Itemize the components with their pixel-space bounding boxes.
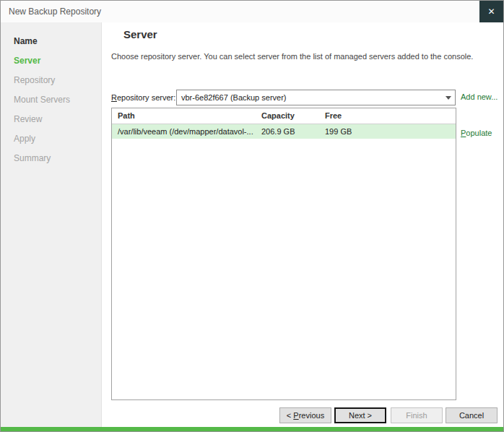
cancel-button[interactable]: Cancel: [446, 407, 498, 423]
repository-server-label-mnemonic: R: [111, 93, 117, 102]
sidebar-item-mount-servers[interactable]: Mount Servers: [1, 90, 101, 110]
column-header-free[interactable]: Free: [319, 108, 456, 124]
sidebar-item-apply[interactable]: Apply: [1, 129, 101, 149]
cell-capacity: 206.9 GB: [256, 124, 319, 139]
repository-server-value: vbr-6e82f667 (Backup server): [177, 93, 442, 102]
wizard-page-content: Server Choose repository server. You can…: [102, 22, 503, 427]
table-row[interactable]: /var/lib/veeam (/dev/mapper/datavol-... …: [112, 124, 456, 139]
populate-rest: opulate: [466, 129, 492, 137]
next-button[interactable]: Next >: [334, 407, 386, 423]
new-backup-repository-window: New Backup Repository ✕ Name Server Repo…: [0, 0, 504, 432]
titlebar: New Backup Repository ✕: [1, 1, 503, 22]
cell-free: 199 GB: [319, 124, 456, 139]
sidebar-item-name[interactable]: Name: [1, 32, 101, 51]
sidebar-item-server[interactable]: Server: [1, 51, 101, 71]
sidebar-item-review[interactable]: Review: [1, 110, 101, 129]
add-new-link[interactable]: Add new...: [461, 92, 498, 101]
accent-bottom-strip: [1, 427, 503, 431]
previous-prefix: <: [287, 411, 293, 420]
sidebar-item-summary[interactable]: Summary: [1, 149, 101, 168]
populate-link[interactable]: Populate: [461, 129, 492, 137]
previous-mnemonic: P: [293, 411, 298, 420]
window-title: New Backup Repository: [1, 7, 101, 17]
previous-button[interactable]: < Previous: [279, 407, 331, 423]
page-description: Choose repository server. You can select…: [111, 52, 493, 61]
cell-path: /var/lib/veeam (/dev/mapper/datavol-...: [112, 124, 256, 139]
close-icon[interactable]: ✕: [479, 1, 503, 22]
repository-path-table: Path Capacity Free /var/lib/veeam (/dev/…: [111, 108, 456, 400]
chevron-down-icon: [442, 90, 455, 105]
repository-server-label: Repository server:: [111, 90, 175, 105]
window-body: Name Server Repository Mount Servers Rev…: [1, 22, 503, 427]
footer-buttons: < Previous Next > Finish Cancel: [279, 407, 498, 423]
column-header-capacity[interactable]: Capacity: [256, 108, 319, 124]
previous-rest: revious: [299, 411, 324, 420]
page-title: Server: [123, 28, 157, 40]
repository-server-label-rest: epository server:: [117, 93, 175, 102]
table-header: Path Capacity Free: [112, 108, 456, 124]
sidebar-item-repository[interactable]: Repository: [1, 71, 101, 90]
column-header-path[interactable]: Path: [112, 108, 256, 124]
repository-server-select[interactable]: vbr-6e82f667 (Backup server): [176, 90, 456, 105]
wizard-steps-sidebar: Name Server Repository Mount Servers Rev…: [1, 22, 102, 427]
finish-button[interactable]: Finish: [391, 407, 443, 423]
